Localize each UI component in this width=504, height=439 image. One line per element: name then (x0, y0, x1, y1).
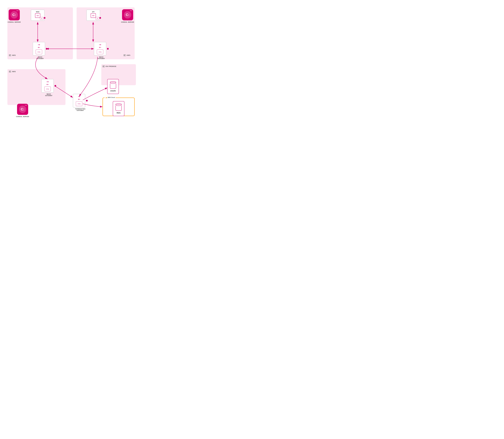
aws-top-right-label: AWS (123, 54, 130, 56)
mesh-gateway-bottom: ⇒⇐ envoy MESH GATEWAY (41, 79, 56, 96)
region-aws-bottom-left (7, 69, 65, 105)
envoy-badge-top-left: envoy (36, 49, 42, 54)
oracle-db-box: oracle (107, 79, 119, 94)
gateway-box-bottom: ⇒⇐ envoy (41, 79, 54, 93)
envoy-badge-bottom: envoy (44, 86, 51, 91)
consul-label-top-left: CONSUL SERVER (8, 21, 21, 23)
mesh-gateway-label-top-right: MESH GATEWAY (98, 56, 105, 59)
mesh-gateway-label-top-left: MESH GATEWAY (37, 56, 44, 59)
consul-icon-bottom: C: (17, 104, 28, 115)
rds-db-icon (115, 103, 122, 111)
terminating-gateway: ⇒⇐ envoy TERMINATING GATEWAY (73, 94, 88, 111)
api-code-icon: </> (91, 13, 96, 18)
terminating-gateway-label: TERMINATING GATEWAY (75, 108, 86, 111)
consul-label-top-right: CONSUL SERVER (121, 21, 134, 23)
stack-icon (9, 54, 11, 56)
envoy-badge-terminating: envoy (76, 101, 82, 106)
stack-icon-4 (102, 66, 105, 67)
web-service-box: WEB </> ⇄ (31, 10, 45, 21)
gateway-arrows-top-left: ⇒⇐ (38, 43, 40, 49)
mesh-gateway-top-left: ⇒⇐ envoy MESH GATEWAY (33, 42, 48, 59)
web-code-icon: </> (35, 13, 40, 18)
diagram-container: AWS AWS AWS ON PREMISE C: CONSUL SERVER … (0, 0, 141, 121)
api-service-box: API </> ⇄ (86, 10, 100, 21)
mesh-gateway-top-right: ⇒⇐ envoy MESH GATEWAY (94, 42, 109, 59)
gateway-arrows-bottom: ⇒⇐ (47, 80, 49, 86)
aws-bottom-left-label: AWS (9, 71, 16, 73)
consul-server-top-right: C: CONSUL SERVER (121, 9, 134, 23)
aws-top-left-label: AWS (9, 54, 16, 56)
consul-label-bottom: CONSUL SERVER (16, 116, 29, 117)
gateway-arrows-top-right: ⇒⇐ (99, 43, 101, 49)
gateway-arrows-terminating: ⇒⇐ (78, 95, 80, 101)
mesh-gateway-label-bottom: MESH GATEWAY (45, 93, 52, 96)
consul-icon-top-right: C: (122, 9, 133, 20)
oracle-db-container: oracle (107, 79, 119, 94)
api-sidecar-icon: ⇄ (96, 17, 99, 20)
oracle-db-icon (110, 81, 116, 89)
envoy-badge-top-right: envoy (97, 49, 103, 54)
gateway-box-terminating: ⇒⇐ envoy (73, 94, 85, 108)
rds-db-box: RDS (113, 101, 124, 116)
gateway-box-top-right: ⇒⇐ envoy (94, 42, 106, 56)
consul-server-bottom: C: CONSUL SERVER (16, 104, 29, 117)
aws-cloud-label: ☁ AWS Cloud (105, 97, 116, 98)
consul-icon-top-left: C: (9, 9, 20, 20)
stack-icon-2 (123, 54, 126, 56)
oracle-label: oracle (110, 90, 116, 92)
gateway-box-top-left: ⇒⇐ envoy (33, 42, 45, 56)
consul-server-top-left: C: CONSUL SERVER (8, 9, 21, 23)
cloud-icon: ☁ (105, 97, 107, 98)
web-sidecar-icon: ⇄ (40, 17, 43, 20)
stack-icon-3 (9, 71, 11, 72)
aws-cloud-box: ☁ AWS Cloud RDS (102, 98, 135, 116)
on-premise-label: ON PREMISE (102, 65, 116, 67)
rds-label: RDS (117, 112, 121, 114)
